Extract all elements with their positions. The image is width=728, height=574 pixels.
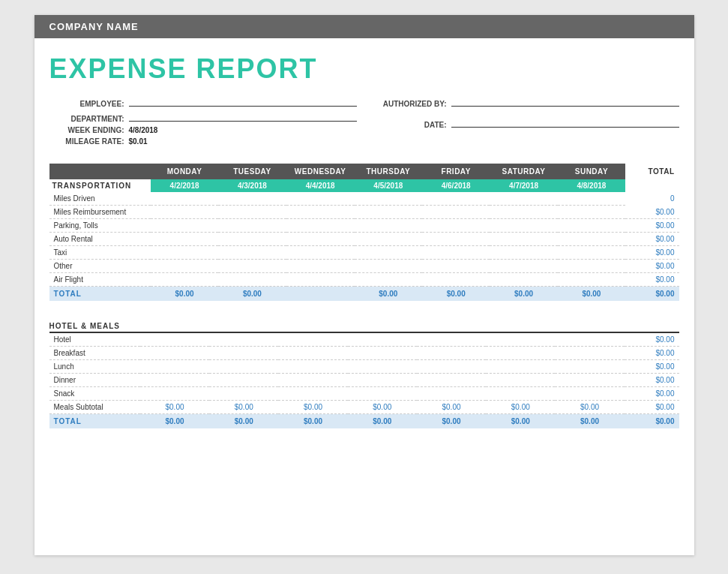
parking-thu[interactable] [355,219,422,233]
miles-reimb-tue[interactable] [218,206,286,219]
taxi-fri[interactable] [422,246,490,260]
air-flight-tue[interactable] [218,273,286,287]
friday-header: FRIDAY [422,164,490,179]
mileage-rate-value: $0.01 [129,137,148,146]
report-title: EXPENSE REPORT [34,46,694,96]
auto-rental-mon[interactable] [151,233,218,246]
miles-driven-wed[interactable] [286,192,355,206]
breakfast-thu[interactable] [348,347,417,360]
snack-tue[interactable] [209,387,278,401]
air-flight-thu[interactable] [355,273,422,287]
parking-mon[interactable] [151,219,218,233]
hotel-tue[interactable] [209,332,278,347]
miles-reimb-fri[interactable] [422,206,490,219]
other-mon[interactable] [151,260,218,273]
breakfast-tue[interactable] [209,347,278,360]
lunch-fri[interactable] [417,360,486,374]
lunch-sun[interactable] [555,360,624,374]
air-flight-total: $0.00 [625,273,679,287]
dinner-tue[interactable] [209,374,278,387]
saturday-header: SATURDAY [490,164,557,179]
lunch-sat[interactable] [486,360,555,374]
miles-reimb-sun[interactable] [558,206,625,219]
miles-driven-sun[interactable] [558,192,625,206]
miles-driven-mon[interactable] [151,192,218,206]
auto-rental-tue[interactable] [218,233,286,246]
table-row: Snack $0.00 [49,387,679,401]
auto-rental-sat[interactable] [490,233,557,246]
table-row: Miles Driven 0 [49,192,679,206]
other-sun[interactable] [558,260,625,273]
auto-rental-thu[interactable] [355,233,422,246]
taxi-mon[interactable] [151,246,218,260]
dinner-mon[interactable] [140,374,209,387]
hotel-sun[interactable] [555,332,624,347]
lunch-mon[interactable] [140,360,209,374]
dinner-wed[interactable] [278,374,347,387]
snack-wed[interactable] [278,387,347,401]
miles-driven-fri[interactable] [422,192,490,206]
hotel-sat[interactable] [486,332,555,347]
dinner-sat[interactable] [486,374,555,387]
parking-sat[interactable] [490,219,557,233]
breakfast-sun[interactable] [555,347,624,360]
breakfast-mon[interactable] [140,347,209,360]
dinner-thu[interactable] [348,374,417,387]
taxi-tue[interactable] [218,246,286,260]
meals-subtotal-label: Meals Subtotal [49,401,140,414]
authorized-by-label: AUTHORIZED BY: [372,100,447,108]
taxi-sat[interactable] [490,246,557,260]
miles-reimb-wed[interactable] [286,206,355,219]
date-fri: 4/6/2018 [422,179,490,192]
miles-driven-sat[interactable] [490,192,557,206]
company-name: COMPANY NAME [49,21,139,32]
lunch-thu[interactable] [348,360,417,374]
miles-reimb-thu[interactable] [355,206,422,219]
air-flight-fri[interactable] [422,273,490,287]
air-flight-sat[interactable] [490,273,557,287]
lunch-wed[interactable] [278,360,347,374]
parking-sun[interactable] [558,219,625,233]
snack-fri[interactable] [417,387,486,401]
hotel-total-tue: $0.00 [209,414,278,429]
taxi-sun[interactable] [558,246,625,260]
taxi-wed[interactable] [286,246,355,260]
snack-thu[interactable] [348,387,417,401]
air-flight-wed[interactable] [286,273,355,287]
other-fri[interactable] [422,260,490,273]
auto-rental-fri[interactable] [422,233,490,246]
date-sun: 4/8/2018 [558,179,625,192]
hotel-thu[interactable] [348,332,417,347]
hotel-wed[interactable] [278,332,347,347]
lunch-tue[interactable] [209,360,278,374]
air-flight-mon[interactable] [151,273,218,287]
parking-fri[interactable] [422,219,490,233]
info-section: EMPLOYEE: DEPARTMENT: WEEK ENDING: 4/8/2… [34,96,694,149]
miles-reimb-mon[interactable] [151,206,218,219]
snack-mon[interactable] [140,387,209,401]
miles-driven-thu[interactable] [355,192,422,206]
auto-rental-sun[interactable] [558,233,625,246]
parking-wed[interactable] [286,219,355,233]
breakfast-wed[interactable] [278,347,347,360]
other-thu[interactable] [355,260,422,273]
hotel-mon[interactable] [140,332,209,347]
other-wed[interactable] [286,260,355,273]
other-sat[interactable] [490,260,557,273]
hotel-meals-table: HOTEL & MEALS Hotel $0.00 [49,316,679,428]
dinner-fri[interactable] [417,374,486,387]
dinner-sun[interactable] [555,374,624,387]
miles-driven-tue[interactable] [218,192,286,206]
taxi-thu[interactable] [355,246,422,260]
miles-reimb-sat[interactable] [490,206,557,219]
breakfast-sat[interactable] [486,347,555,360]
hotel-section-header-row: HOTEL & MEALS [49,316,679,332]
other-tue[interactable] [218,260,286,273]
snack-sat[interactable] [486,387,555,401]
air-flight-sun[interactable] [558,273,625,287]
auto-rental-wed[interactable] [286,233,355,246]
hotel-fri[interactable] [417,332,486,347]
breakfast-fri[interactable] [417,347,486,360]
parking-tue[interactable] [218,219,286,233]
snack-sun[interactable] [555,387,624,401]
